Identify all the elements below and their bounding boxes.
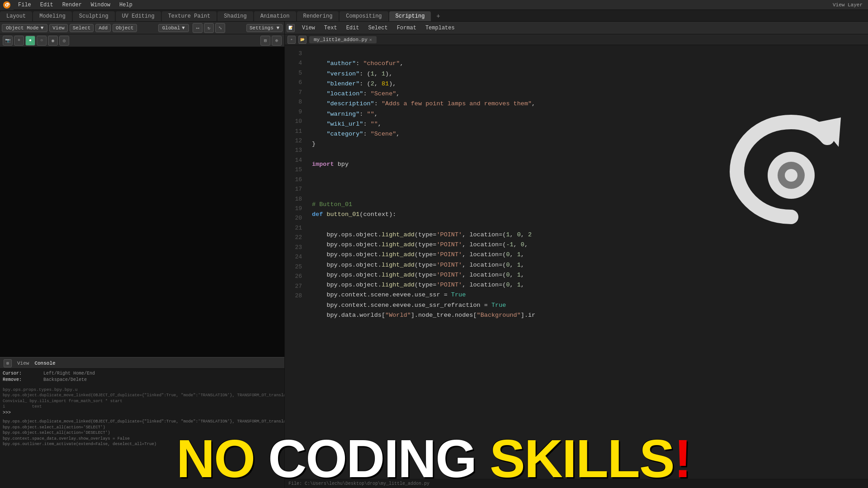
code-editor-area[interactable]: 34567 89101112 1314151617 1819202122 232… [285,45,868,479]
cam-btn[interactable]: 📷 [3,36,13,46]
top-menu-items: File Edit Render Window Help [14,0,137,9]
render-view-btn[interactable]: ◎ [59,36,69,46]
editor-panel-icon[interactable]: 📝 [287,24,295,32]
console-tab-view[interactable]: View [17,361,29,366]
console-line-5: bpy.ops.object.duplicate_move_linked(OBJ… [3,419,282,425]
script-editor-panel: 📝 View Text Edit Select Format Templates… [285,22,868,488]
tab-add-button[interactable]: + [432,11,444,21]
file-tab-addon[interactable]: my_little_addon.py ✕ [309,36,377,43]
new-file-btn[interactable]: + [288,36,296,44]
tab-animation[interactable]: Animation [254,11,296,21]
console-line-prompt: >>> [3,410,282,416]
menu-help[interactable]: Help [115,0,137,9]
code-text: "author": "chocofur", "version": (1, 1),… [307,45,868,479]
console-line-conv: Convivial_ bpy.ills_import from_math_sor… [3,399,282,404]
console-line-8: bpy.context.space_data.overlay.show_over… [3,436,282,442]
view-layer-label: View Layer [833,2,868,8]
editor-statusbar: File: C:\Users\lechu\Desktop\drop\my_lit… [285,479,868,488]
open-file-btn[interactable]: 📂 [298,36,307,44]
top-menubar: File Edit Render Window Help View Layer [0,0,868,10]
menu-window[interactable]: Window [86,0,115,9]
blender-logo-icon [0,0,14,10]
transform-dropdown[interactable]: Global ▼ [158,24,189,32]
object-menu-btn[interactable]: Object [113,24,137,32]
console-panel-icon[interactable]: ▤ [4,359,12,367]
console-line-i: i text [3,404,282,410]
tab-shading[interactable]: Shading [217,11,253,21]
file-tab-close-btn[interactable]: ✕ [369,37,372,42]
svg-point-2 [6,4,8,6]
settings-btn[interactable]: Settings ▼ [246,24,283,32]
view-menu-btn[interactable]: View [49,24,67,32]
scale-icon-btn[interactable]: ⤡ [215,23,225,33]
rotate-icon-btn[interactable]: ↻ [204,23,214,33]
solid-view-btn[interactable]: ● [25,36,35,46]
gizmo-btn[interactable]: ⊕ [272,36,282,46]
workspace-tabs: Layout Modeling Sculpting UV Editing Tex… [0,10,868,22]
editor-menu-format[interactable]: Format [393,24,420,32]
left-panel: Object Mode ▼ View Select Add Object Glo… [0,22,285,488]
wireframe-btn[interactable]: ○ [37,36,47,46]
viewport-3d: Object Mode ▼ View Select Add Object Glo… [0,22,284,357]
tab-sculpting[interactable]: Sculpting [73,11,115,21]
select-menu-btn[interactable]: Select [70,24,94,32]
menu-render[interactable]: Render [58,0,86,9]
editor-menu-view[interactable]: View [298,24,319,32]
menu-file[interactable]: File [14,0,36,9]
console-line-0: Cursor: Left/Right Home/End [3,371,282,377]
material-view-btn[interactable]: ◉ [48,36,58,46]
line-numbers: 34567 89101112 1314151617 1819202122 232… [285,45,307,479]
main-layout: Object Mode ▼ View Select Add Object Glo… [0,22,868,488]
console-tab-console[interactable]: Console [34,361,55,366]
tab-texture-paint[interactable]: Texture Paint [162,11,217,21]
transform-icon-btn[interactable]: ⟷ [193,23,203,33]
tab-rendering[interactable]: Rendering [297,11,339,21]
editor-menu-text[interactable]: Text [321,24,341,32]
tab-layout[interactable]: Layout [0,11,32,21]
console-line-1: Remove: Backspace/Delete [3,377,282,383]
tab-modeling[interactable]: Modeling [33,11,72,21]
object-mode-dropdown[interactable]: Object Mode ▼ [2,24,47,32]
console-line-7: bpy.ops.object.select_all(action='DESELE… [3,430,282,436]
menu-edit[interactable]: Edit [36,0,58,9]
tab-uv-editing[interactable]: UV Editing [116,11,161,21]
editor-file-bar: + 📂 my_little_addon.py ✕ [285,34,868,45]
console-line-2 [3,383,282,387]
cursor-btn[interactable]: + [14,36,24,46]
viewport-toolbar-2: 📷 + ● ○ ◉ ◎ ⊞ ⊕ [0,34,284,47]
editor-menu-edit[interactable]: Edit [343,24,363,32]
console-line-3: bpy.ops.props.types.bpy.bpy.u [3,387,282,393]
console-header: ▤ View Console [0,358,284,369]
console-panel: ▤ View Console Cursor: Left/Right Home/E… [0,357,284,488]
tab-scripting[interactable]: Scripting [389,11,431,21]
console-output: Cursor: Left/Right Home/End Remove: Back… [0,369,284,488]
console-line-6: bpy.ops.object.select_all(action='SELECT… [3,425,282,431]
editor-menu-select[interactable]: Select [364,24,391,32]
console-line-4: bpy.ops.object.duplicate_move_linked(OBJ… [3,393,282,399]
add-menu-btn[interactable]: Add [95,24,111,32]
console-line-9: bpy.ops.outliner.item_activate(extend=Fa… [3,441,282,447]
viewport-toolbar-1: Object Mode ▼ View Select Add Object Glo… [0,22,284,34]
editor-menu-templates[interactable]: Templates [422,24,458,32]
overlay-btn[interactable]: ⊞ [260,36,270,46]
editor-menu-bar: 📝 View Text Edit Select Format Templates [285,22,868,34]
file-path-label: File: C:\Users\lechu\Desktop\drop\my_lit… [288,481,429,486]
tab-compositing[interactable]: Compositing [340,11,388,21]
